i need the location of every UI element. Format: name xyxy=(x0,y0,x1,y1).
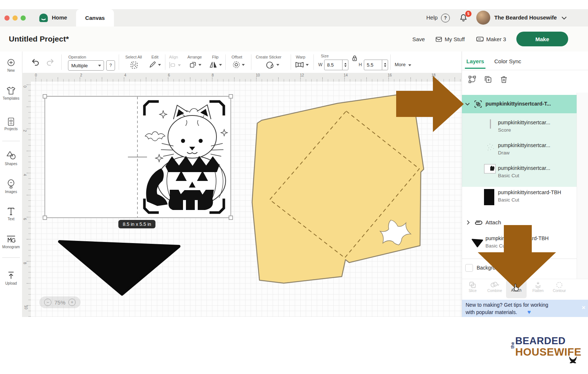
sidebar-item-text[interactable]: Text xyxy=(0,217,22,221)
page-title: Untitled Project* xyxy=(9,35,69,43)
chevron-down-icon xyxy=(408,64,411,66)
chevron-down-icon[interactable] xyxy=(561,16,567,20)
group-icon[interactable] xyxy=(468,75,477,84)
chevron-down-icon[interactable] xyxy=(219,64,222,66)
sidebar-item-monogram[interactable]: Monogram xyxy=(0,245,22,249)
divider xyxy=(462,259,577,259)
close-window-button[interactable] xyxy=(4,15,10,21)
layer-name[interactable]: pumpkinkittyinsertcar... xyxy=(498,142,550,148)
sidebar-item-shapes[interactable]: Shapes xyxy=(0,162,22,166)
canvas-area: 0 2 4 6 8 10 12 14 16 18 0 2 4 6 8 10 xyxy=(22,73,462,317)
more-button[interactable]: More xyxy=(395,62,411,67)
my-stuff-icon xyxy=(435,36,442,43)
create-sticker-icon[interactable] xyxy=(265,61,274,70)
pencil-icon[interactable] xyxy=(148,61,157,69)
lock-aspect-icon[interactable] xyxy=(352,55,358,61)
layer-row[interactable]: pumpkinkittyinsertcard-TBH Basic Cut xyxy=(462,187,577,215)
make-button[interactable]: Make xyxy=(516,32,568,46)
account-menu[interactable]: The Bearded Housewife xyxy=(494,14,557,21)
chevron-down-icon[interactable] xyxy=(158,64,161,66)
offset-icon[interactable] xyxy=(232,61,240,69)
layer-operation: Basic Cut xyxy=(485,243,507,249)
templates-icon[interactable] xyxy=(6,86,16,96)
tab-color-sync[interactable]: Color Sync xyxy=(494,58,521,64)
layer-row-group-selected[interactable]: pumpkinkittyinsertcard-T... xyxy=(462,95,577,113)
shapes-icon[interactable] xyxy=(6,150,16,160)
background-checkbox[interactable] xyxy=(465,264,473,272)
sidebar-item-images[interactable]: Images xyxy=(0,190,22,194)
undo-icon[interactable] xyxy=(31,58,40,67)
duplicate-icon[interactable] xyxy=(483,75,492,84)
ruler-tick-label: 0 xyxy=(23,86,27,88)
chevron-down-icon[interactable] xyxy=(242,64,245,66)
height-stepper[interactable] xyxy=(382,60,388,70)
envelope-object[interactable] xyxy=(252,93,424,283)
warp-icon[interactable] xyxy=(295,61,304,68)
ruler-tick-label: 4 xyxy=(124,73,126,77)
vertical-ruler: 0 2 4 6 8 10 xyxy=(22,82,31,317)
layer-row[interactable]: pumpkinkittyinsertcard-TBH Basic Cut xyxy=(462,234,577,257)
scrollbar-gutter[interactable] xyxy=(577,93,588,279)
width-input[interactable]: 8.5 xyxy=(324,60,348,70)
arrange-icon[interactable] xyxy=(189,61,197,69)
operation-help-button[interactable]: ? xyxy=(106,60,115,71)
avatar[interactable] xyxy=(476,11,490,25)
layer-name[interactable]: pumpkinkittyinsertcar... xyxy=(498,165,550,171)
redo-icon[interactable] xyxy=(46,58,54,67)
divider xyxy=(251,54,251,70)
tab-home[interactable]: Home xyxy=(52,14,67,21)
minimize-window-button[interactable] xyxy=(12,15,18,21)
new-icon[interactable] xyxy=(7,58,15,67)
zoom-in-button[interactable]: + xyxy=(68,299,76,306)
tab-canvas[interactable]: Canvas xyxy=(76,9,114,26)
maximize-window-button[interactable] xyxy=(21,15,26,21)
ruler-tick-label: 6 xyxy=(23,218,27,220)
layer-row-attach-group[interactable]: Attach xyxy=(462,215,577,234)
close-icon[interactable]: × xyxy=(582,304,585,311)
arrange-label: Arrange xyxy=(187,55,202,59)
card-object[interactable] xyxy=(43,95,233,220)
chevron-down-icon[interactable] xyxy=(465,102,470,106)
layer-name[interactable]: pumpkinkittyinsertcar... xyxy=(498,120,550,125)
banner-line2: with popular materials. xyxy=(466,309,517,315)
sidebar-item-projects[interactable]: Projects xyxy=(0,127,22,131)
delete-icon[interactable] xyxy=(499,75,508,84)
edit-toolbar: Operation Multiple ? Select All Edit Ali… xyxy=(22,51,462,73)
text-icon[interactable] xyxy=(7,207,15,216)
triangle-object[interactable] xyxy=(60,242,179,294)
ruler-tick-label: 10 xyxy=(24,305,28,309)
flip-icon[interactable] xyxy=(209,61,218,69)
monogram-icon[interactable] xyxy=(6,235,16,244)
chevron-down-icon[interactable] xyxy=(306,64,309,66)
offset-label: Offset xyxy=(232,55,242,59)
blue-heart-icon: ♥ xyxy=(527,309,531,316)
sidebar-item-new[interactable]: New xyxy=(0,68,22,72)
background-label: Background xyxy=(477,265,504,271)
images-icon[interactable] xyxy=(6,179,16,189)
attach-button[interactable]: Attach xyxy=(506,279,527,299)
sidebar-item-upload[interactable]: Upload xyxy=(0,281,22,285)
zoom-out-button[interactable]: − xyxy=(44,299,51,306)
chevron-down-icon[interactable] xyxy=(198,64,201,66)
help-icon[interactable]: ? xyxy=(441,14,450,22)
ruler-tick-label: 2 xyxy=(80,73,82,77)
cut-thumbnail-icon xyxy=(484,164,496,174)
select-all-icon[interactable] xyxy=(130,61,139,70)
projects-icon[interactable] xyxy=(7,117,15,127)
machine-selector[interactable]: Maker 3 xyxy=(486,36,506,42)
save-button[interactable]: Save xyxy=(412,36,425,42)
ruler-tick-label: 12 xyxy=(300,73,304,77)
chevron-right-icon[interactable] xyxy=(466,220,470,225)
left-sidebar: New Templates Projects Shapes Images Tex… xyxy=(0,51,22,317)
tab-layers[interactable]: Layers xyxy=(466,58,484,64)
operation-dropdown[interactable]: Multiple xyxy=(68,60,104,71)
my-stuff-button[interactable]: My Stuff xyxy=(445,36,465,42)
width-stepper[interactable] xyxy=(342,60,348,70)
height-input[interactable]: 5.5 xyxy=(364,60,388,70)
sidebar-item-templates[interactable]: Templates xyxy=(0,96,22,100)
help-button[interactable]: Help xyxy=(426,14,438,21)
upload-icon[interactable] xyxy=(7,271,15,280)
zoom-level: 75% xyxy=(54,299,65,306)
layer-actions-bar: Slice Combine Attach xyxy=(462,279,588,299)
chevron-down-icon[interactable] xyxy=(276,64,279,66)
